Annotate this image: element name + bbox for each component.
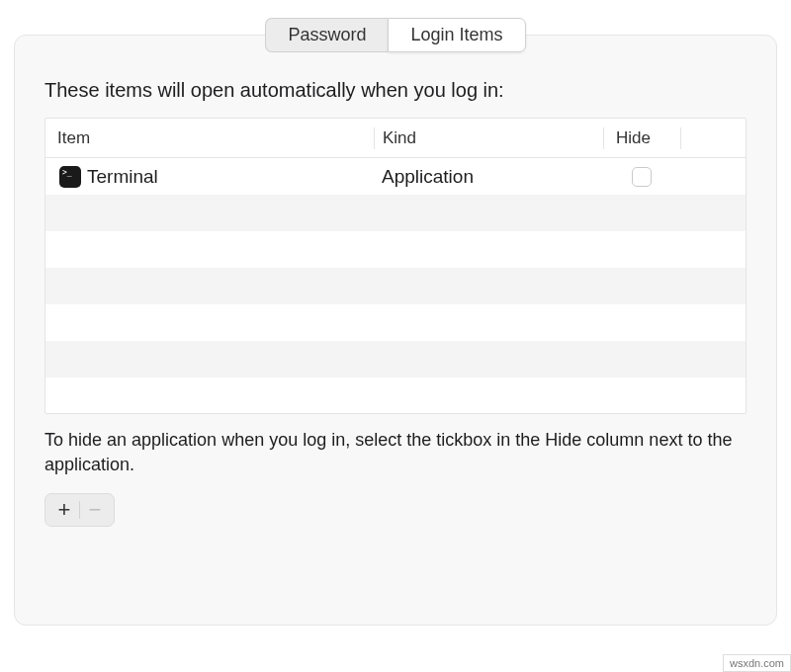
table-row-empty — [45, 341, 746, 378]
tab-password[interactable]: Password — [265, 18, 388, 52]
terminal-icon: >_ — [59, 166, 81, 188]
login-items-table: Item Kind Hide >_ Terminal Application — [44, 118, 747, 414]
table-body: >_ Terminal Application — [45, 158, 746, 414]
table-row-empty — [45, 195, 746, 231]
table-row-empty — [45, 268, 746, 304]
attribution-label: wsxdn.com — [723, 654, 791, 672]
column-header-kind[interactable]: Kind — [374, 127, 603, 149]
cell-item: >_ Terminal — [45, 166, 374, 188]
table-row-empty — [45, 378, 746, 414]
tab-login-items[interactable]: Login Items — [388, 18, 525, 52]
add-button[interactable]: + — [49, 495, 79, 525]
table-row-empty — [45, 231, 746, 268]
table-row[interactable]: >_ Terminal Application — [45, 158, 746, 195]
cell-hide — [603, 167, 680, 187]
table-row-empty — [45, 304, 746, 341]
add-remove-group: + − — [44, 493, 115, 527]
panel-heading: These items will open automatically when… — [44, 79, 747, 102]
hide-checkbox[interactable] — [632, 167, 652, 187]
column-header-hide[interactable]: Hide — [603, 127, 680, 149]
remove-button[interactable]: − — [80, 495, 110, 525]
hint-text: To hide an application when you log in, … — [44, 428, 747, 477]
column-header-item[interactable]: Item — [45, 128, 374, 148]
column-header-spacer — [680, 127, 746, 149]
cell-kind: Application — [374, 166, 603, 188]
login-items-panel: These items will open automatically when… — [14, 35, 777, 626]
table-header: Item Kind Hide — [45, 119, 746, 158]
item-name: Terminal — [87, 166, 158, 188]
tab-bar: Password Login Items — [0, 0, 791, 52]
